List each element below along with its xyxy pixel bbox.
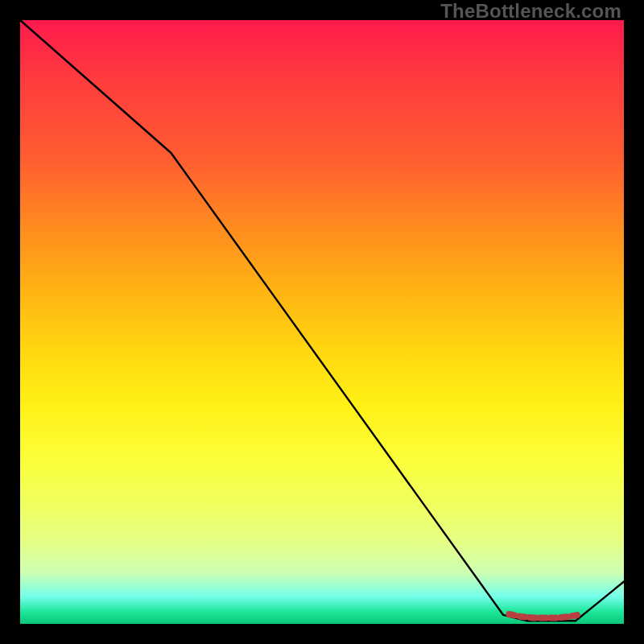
chart-frame: TheBottleneck.com xyxy=(0,0,644,644)
chart-overlay xyxy=(20,20,624,624)
watermark-text: TheBottleneck.com xyxy=(440,0,621,23)
marker-caterpillar xyxy=(510,614,582,618)
curve-line xyxy=(20,20,624,621)
